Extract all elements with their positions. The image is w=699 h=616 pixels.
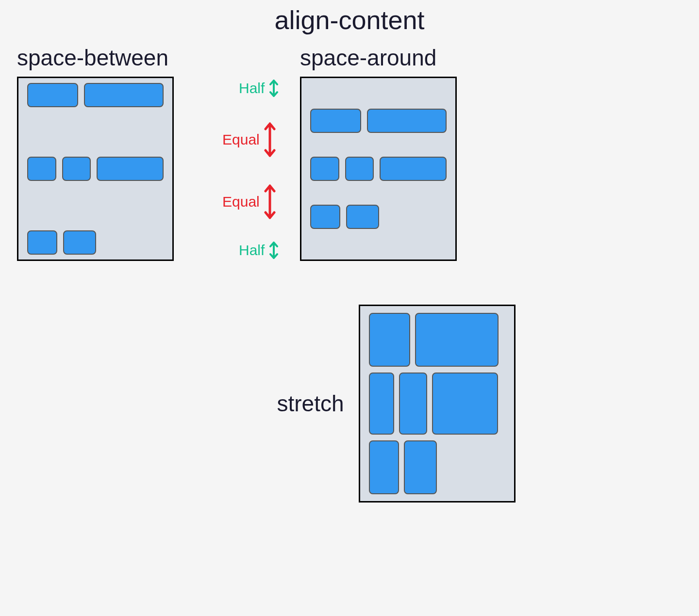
flex-item bbox=[310, 109, 361, 133]
example-space-between: space-between bbox=[17, 45, 174, 261]
annotation-text: Equal bbox=[222, 194, 260, 210]
page-title: align-content bbox=[17, 5, 682, 35]
annotation-half-bottom: Half bbox=[239, 242, 281, 259]
flex-item bbox=[369, 313, 410, 367]
flex-item bbox=[345, 157, 374, 181]
annotation-text: Half bbox=[239, 242, 265, 259]
example-space-around: space-around Half bbox=[300, 45, 457, 261]
annotation-text: Half bbox=[239, 80, 265, 97]
flex-item bbox=[97, 157, 164, 181]
flex-item bbox=[27, 157, 56, 181]
annotation-equal-1: Equal bbox=[222, 122, 278, 157]
flex-item bbox=[367, 109, 447, 133]
double-arrow-icon bbox=[262, 184, 278, 219]
container-stretch bbox=[359, 305, 516, 503]
flex-item bbox=[346, 205, 379, 229]
flex-item bbox=[27, 230, 57, 255]
flex-row bbox=[310, 205, 447, 247]
flex-item bbox=[369, 373, 394, 435]
flex-item bbox=[62, 157, 91, 181]
flex-row bbox=[369, 373, 505, 435]
flex-item bbox=[432, 373, 498, 435]
label-space-between: space-between bbox=[17, 45, 174, 71]
bottom-example-row: stretch bbox=[17, 305, 682, 503]
flex-item bbox=[84, 83, 164, 107]
flex-item bbox=[310, 205, 340, 229]
flex-row bbox=[369, 313, 505, 367]
annotation-half-top: Half bbox=[239, 80, 281, 97]
double-arrow-icon bbox=[266, 80, 281, 97]
annotation-equal-2: Equal bbox=[222, 184, 278, 219]
flex-row bbox=[27, 83, 164, 107]
double-arrow-icon bbox=[266, 242, 281, 259]
label-space-around: space-around bbox=[300, 45, 457, 71]
flex-item bbox=[399, 373, 427, 435]
flex-item bbox=[27, 83, 78, 107]
container-space-around bbox=[300, 77, 457, 261]
label-stretch: stretch bbox=[184, 390, 344, 417]
flex-item bbox=[404, 440, 437, 494]
flex-row bbox=[310, 90, 447, 133]
flex-item bbox=[380, 157, 447, 181]
top-examples-row: space-between space-around bbox=[17, 45, 682, 261]
container-space-between bbox=[17, 77, 174, 261]
flex-item bbox=[310, 157, 339, 181]
flex-item bbox=[63, 230, 96, 255]
flex-row bbox=[27, 157, 164, 181]
flex-row bbox=[369, 440, 505, 494]
double-arrow-icon bbox=[262, 122, 278, 157]
flex-item bbox=[415, 313, 499, 367]
flex-item bbox=[369, 440, 399, 494]
flex-row bbox=[27, 230, 164, 255]
flex-row bbox=[310, 157, 447, 181]
annotation-text: Equal bbox=[222, 131, 260, 148]
